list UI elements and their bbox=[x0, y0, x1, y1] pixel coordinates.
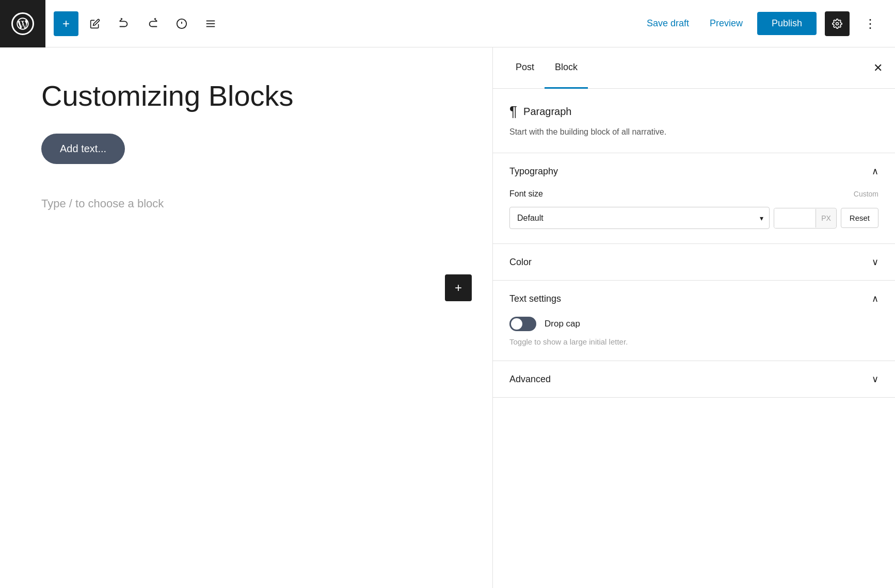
edit-icon bbox=[90, 19, 100, 29]
editor-area[interactable]: Customizing Blocks Add text... Type / to… bbox=[0, 47, 492, 588]
plus-icon: + bbox=[62, 17, 70, 31]
block-name-label: Paragraph bbox=[523, 106, 571, 118]
undo-button[interactable] bbox=[111, 11, 136, 36]
typography-header[interactable]: Typography ∧ bbox=[493, 153, 895, 189]
block-info-header: ¶ Paragraph bbox=[509, 103, 878, 120]
font-size-select-wrapper: Default Small Normal Medium Large X-Larg… bbox=[509, 207, 770, 229]
wp-logo[interactable] bbox=[0, 0, 45, 47]
advanced-title: Advanced bbox=[509, 374, 551, 385]
info-button[interactable] bbox=[169, 11, 194, 36]
preview-button[interactable]: Preview bbox=[704, 14, 749, 33]
drop-cap-row: Drop cap bbox=[509, 317, 878, 331]
drop-cap-toggle[interactable] bbox=[509, 317, 536, 331]
px-unit-label: PX bbox=[816, 209, 836, 227]
post-title[interactable]: Customizing Blocks bbox=[41, 78, 451, 113]
type-hint: Type / to choose a block bbox=[41, 197, 451, 210]
typography-section: Typography ∧ Font size Custom Default Sm… bbox=[493, 153, 895, 244]
color-chevron-icon: ∨ bbox=[872, 256, 878, 268]
wordpress-icon bbox=[11, 12, 34, 35]
more-icon: ⋮ bbox=[864, 17, 876, 31]
sidebar-header: Post Block ✕ bbox=[493, 47, 895, 89]
add-block-button[interactable]: + bbox=[54, 11, 78, 36]
custom-label: Custom bbox=[854, 190, 878, 198]
publish-button[interactable]: Publish bbox=[757, 12, 817, 35]
edit-button[interactable] bbox=[83, 11, 107, 36]
redo-icon bbox=[147, 18, 158, 29]
save-draft-button[interactable]: Save draft bbox=[641, 14, 695, 33]
font-size-px-input[interactable] bbox=[774, 208, 816, 228]
drop-cap-hint: Toggle to show a large initial letter. bbox=[509, 337, 878, 346]
block-info-section: ¶ Paragraph Start with the building bloc… bbox=[493, 89, 895, 153]
toolbar-right: Save draft Preview Publish ⋮ bbox=[641, 11, 883, 36]
font-size-reset-button[interactable]: Reset bbox=[841, 208, 878, 228]
gear-icon bbox=[832, 19, 842, 29]
color-title: Color bbox=[509, 257, 532, 268]
sidebar-close-button[interactable]: ✕ bbox=[873, 61, 883, 75]
typography-title: Typography bbox=[509, 166, 558, 177]
main-layout: Customizing Blocks Add text... Type / to… bbox=[0, 47, 895, 588]
font-size-row: Font size Custom bbox=[509, 189, 878, 199]
list-view-button[interactable] bbox=[198, 11, 223, 36]
typography-content: Font size Custom Default Small Normal Me… bbox=[493, 189, 895, 243]
redo-button[interactable] bbox=[140, 11, 165, 36]
text-settings-header[interactable]: Text settings ∧ bbox=[493, 281, 895, 317]
advanced-header[interactable]: Advanced ∨ bbox=[493, 361, 895, 397]
inline-add-block-button[interactable]: + bbox=[445, 274, 472, 301]
color-header[interactable]: Color ∨ bbox=[493, 244, 895, 280]
sidebar: Post Block ✕ ¶ Paragraph Start with the … bbox=[492, 47, 895, 588]
text-settings-title: Text settings bbox=[509, 293, 561, 304]
block-description: Start with the building block of all nar… bbox=[509, 126, 878, 138]
settings-button[interactable] bbox=[825, 11, 850, 36]
tab-post[interactable]: Post bbox=[505, 47, 545, 89]
typography-chevron-icon: ∧ bbox=[872, 166, 878, 177]
tab-block[interactable]: Block bbox=[545, 47, 588, 89]
info-icon bbox=[176, 18, 187, 29]
list-view-icon bbox=[205, 18, 216, 29]
undo-icon bbox=[118, 18, 130, 29]
text-settings-content: Drop cap Toggle to show a large initial … bbox=[493, 317, 895, 361]
px-input-wrapper: PX bbox=[774, 208, 837, 228]
color-section: Color ∨ bbox=[493, 244, 895, 281]
add-text-button[interactable]: Add text... bbox=[41, 134, 125, 164]
toolbar-actions: + bbox=[54, 11, 641, 36]
close-icon: ✕ bbox=[873, 61, 883, 74]
paragraph-icon: ¶ bbox=[509, 103, 517, 120]
plus-icon-inline: + bbox=[455, 281, 462, 295]
font-size-controls: Default Small Normal Medium Large X-Larg… bbox=[509, 207, 878, 229]
toolbar: + Save draft Preview Publish ⋮ bbox=[0, 0, 895, 47]
font-size-select[interactable]: Default Small Normal Medium Large X-Larg… bbox=[509, 207, 770, 229]
more-options-button[interactable]: ⋮ bbox=[858, 11, 883, 36]
drop-cap-label: Drop cap bbox=[545, 319, 580, 329]
font-size-label: Font size bbox=[509, 189, 543, 199]
text-settings-chevron-icon: ∧ bbox=[872, 293, 878, 304]
svg-point-6 bbox=[836, 22, 839, 25]
text-settings-section: Text settings ∧ Drop cap Toggle to show … bbox=[493, 281, 895, 361]
toggle-knob bbox=[511, 318, 522, 330]
advanced-chevron-icon: ∨ bbox=[872, 373, 878, 385]
advanced-section: Advanced ∨ bbox=[493, 361, 895, 398]
